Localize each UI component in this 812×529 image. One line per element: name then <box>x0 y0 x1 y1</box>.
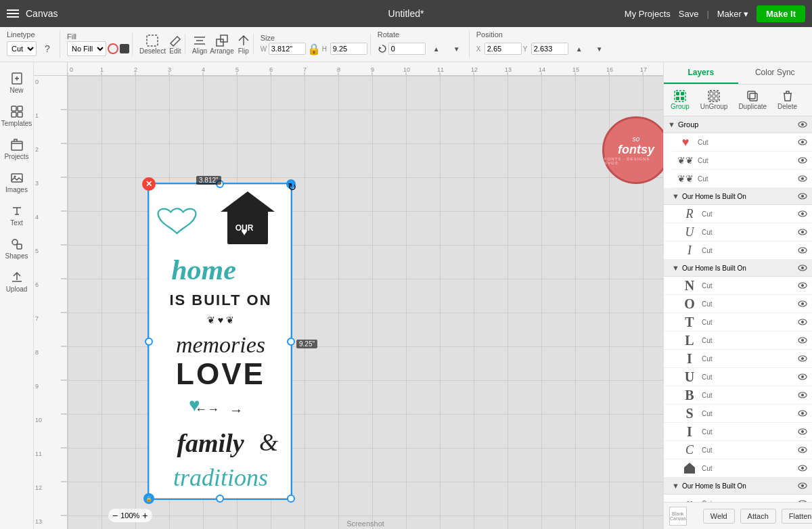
layer-group-header-4[interactable]: ▼ Our Home Is Built On <box>664 478 812 495</box>
svg-point-150 <box>801 394 804 396</box>
weld-button[interactable]: Weld <box>703 509 735 524</box>
svg-text:4: 4 <box>202 66 205 73</box>
layer-item-leaf1[interactable]: ❦❦ Cut <box>672 152 812 170</box>
layer-eye[interactable] <box>797 208 808 219</box>
handle-left-center[interactable] <box>145 338 153 346</box>
group4-eye-icon[interactable] <box>797 480 808 491</box>
zoom-out-button[interactable]: − <box>112 510 118 521</box>
canvas-content[interactable]: ♥ ♥ ♥ OUR home IS BUILT ON ❦ ♥ ❦ memorie… <box>68 76 663 529</box>
layer-eye[interactable] <box>797 408 808 419</box>
sidebar-item-projects[interactable]: Projects <box>1 134 32 164</box>
layer-eye[interactable] <box>797 155 808 166</box>
arrange-button[interactable]: Arrange <box>210 34 234 55</box>
tab-color-sync[interactable]: Color Sync <box>738 62 813 84</box>
align-button[interactable]: Align <box>192 34 207 55</box>
layer-eye[interactable] <box>797 317 808 327</box>
close-handle[interactable]: ✕ <box>142 177 156 191</box>
layer-group-header-2[interactable]: ▼ Our Home Is Built On <box>664 188 812 205</box>
rotate-handle[interactable]: ↻ <box>286 179 296 189</box>
zoom-in-button[interactable]: + <box>142 510 148 521</box>
layer-item-U[interactable]: U Cut <box>664 223 812 242</box>
layer-item-cursive-c[interactable]: C Cut <box>664 441 812 459</box>
linetype-help[interactable]: ? <box>38 39 57 58</box>
group2-eye-icon[interactable] <box>797 191 808 202</box>
menu-icon[interactable] <box>7 7 20 20</box>
ungroup-button[interactable]: UnGroup <box>696 87 732 113</box>
layer-item-T[interactable]: T Cut <box>664 313 812 331</box>
layer-item-y[interactable]: y Cut <box>664 495 812 502</box>
layer-eye[interactable] <box>797 245 808 256</box>
position-up[interactable]: ▲ <box>570 39 589 58</box>
delete-button[interactable]: Delete <box>773 87 801 113</box>
flip-button[interactable]: Flip <box>237 34 250 55</box>
position-down[interactable]: ▼ <box>590 39 609 58</box>
layer-eye[interactable] <box>797 463 808 474</box>
layer-item-O[interactable]: O Cut <box>664 295 812 313</box>
layer-item-B[interactable]: B Cut <box>664 386 812 405</box>
scale-handle-br[interactable] <box>287 495 295 503</box>
group-button[interactable]: Group <box>667 87 694 113</box>
duplicate-button[interactable]: Duplicate <box>734 87 771 113</box>
layer-group-header-main[interactable]: ▼ Group <box>664 116 812 133</box>
layer-item-leaf2[interactable]: ❦❦ Cut <box>672 170 812 188</box>
layer-eye[interactable] <box>797 371 808 382</box>
height-input[interactable] <box>330 43 367 55</box>
group-eye-icon[interactable] <box>797 119 808 130</box>
layer-eye[interactable] <box>797 426 808 437</box>
layer-eye[interactable] <box>797 137 808 147</box>
handle-bottom-center[interactable] <box>216 495 224 503</box>
layer-item-I2[interactable]: I Cut <box>664 350 812 368</box>
sidebar-item-shapes[interactable]: Shapes <box>1 233 32 264</box>
x-input[interactable] <box>484 43 522 55</box>
layer-eye[interactable] <box>797 280 808 291</box>
y-input[interactable] <box>531 43 568 55</box>
layer-item-I1[interactable]: I Cut <box>664 242 812 260</box>
edit-button[interactable]: Edit <box>168 34 182 55</box>
handle-right-center[interactable] <box>287 338 295 346</box>
rotate-input[interactable] <box>388 43 426 55</box>
tab-layers[interactable]: Layers <box>664 62 738 84</box>
layer-eye[interactable] <box>797 173 808 184</box>
rotate-down[interactable]: ▼ <box>447 39 466 58</box>
layer-item-S[interactable]: S Cut <box>664 405 812 423</box>
delete-icon <box>782 90 794 102</box>
layer-eye[interactable] <box>797 227 808 237</box>
fill-select[interactable]: No Fill <box>67 41 106 56</box>
layer-item-L[interactable]: L Cut <box>664 331 812 350</box>
deselect-button[interactable]: Deselect <box>139 34 166 55</box>
sidebar-item-images[interactable]: Images <box>1 167 32 198</box>
svg-text:0: 0 <box>35 78 39 85</box>
save-link[interactable]: Save <box>679 9 699 19</box>
layer-item-heart[interactable]: ♥ Cut <box>672 133 812 152</box>
layer-eye[interactable] <box>797 353 808 364</box>
flatten-button[interactable]: Flatten <box>782 509 812 524</box>
sidebar-item-new[interactable]: New <box>1 68 32 98</box>
fill-pen-icon[interactable] <box>120 44 129 53</box>
sidebar-item-upload[interactable]: Upload <box>1 267 32 297</box>
canvas-area[interactable]: 0 1 2 3 4 5 6 7 8 9 10 11 12 13 14 15 <box>34 62 663 529</box>
layer-eye[interactable] <box>797 335 808 346</box>
group3-eye-icon[interactable] <box>797 262 808 273</box>
attach-button[interactable]: Attach <box>740 509 776 524</box>
rotate-up[interactable]: ▲ <box>427 39 446 58</box>
layer-item-U2[interactable]: U Cut <box>664 368 812 386</box>
layer-item-R[interactable]: R Cut <box>664 205 812 223</box>
maker-dropdown[interactable]: Maker ▾ <box>717 9 748 19</box>
layer-item-I3[interactable]: I Cut <box>664 423 812 441</box>
lock-aspect-icon[interactable]: 🔒 <box>307 43 321 55</box>
layers-list[interactable]: ▼ Group ♥ Cut ❦❦ Cut ❦❦ Cut <box>664 116 812 502</box>
sidebar-item-text[interactable]: Text <box>1 200 32 231</box>
layer-eye[interactable] <box>797 444 808 455</box>
layer-eye[interactable] <box>797 298 808 309</box>
fill-color-picker[interactable] <box>108 43 118 54</box>
make-it-button[interactable]: Make It <box>757 5 805 22</box>
layer-eye[interactable] <box>797 390 808 400</box>
layer-group-header-3[interactable]: ▼ Our Home Is Built On <box>664 260 812 277</box>
sidebar-item-templates[interactable]: Templates <box>1 101 32 131</box>
linetype-select[interactable]: Cut <box>7 41 37 56</box>
my-projects-link[interactable]: My Projects <box>625 9 671 19</box>
layer-item-house[interactable]: Cut <box>664 459 812 478</box>
width-input[interactable] <box>269 43 306 55</box>
layer-item-N[interactable]: N Cut <box>664 277 812 295</box>
lock-handle[interactable]: 🔒 <box>143 493 154 504</box>
